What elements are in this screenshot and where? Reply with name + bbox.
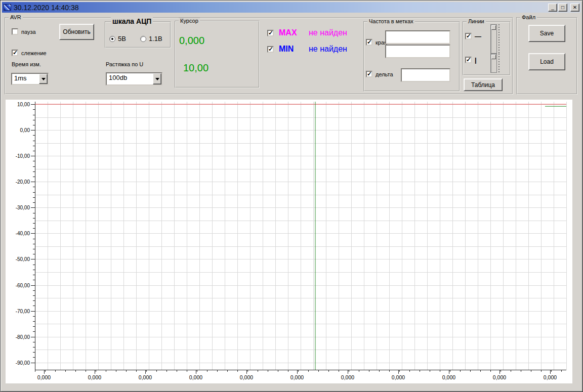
edges-checkbox[interactable]: края xyxy=(366,39,387,46)
delta-freq-input[interactable] xyxy=(401,68,450,82)
freq-marks-group-label: Частота в метках xyxy=(367,18,415,24)
table-button[interactable]: Таблица xyxy=(464,78,503,91)
svg-text:-50,00: -50,00 xyxy=(16,256,30,262)
max-status: не найден xyxy=(309,28,347,37)
svg-text:-10,00: -10,00 xyxy=(16,153,30,159)
scale-5v-radio-dot[interactable] xyxy=(109,36,115,42)
max-checkbox[interactable] xyxy=(267,30,274,36)
title-bar[interactable]: 30.12.2020 14:40:38 _ □ ✕ xyxy=(2,2,581,13)
delta-checkbox-label: дельта xyxy=(376,71,393,77)
svg-text:0,000: 0,000 xyxy=(290,374,304,380)
chart-area[interactable]: 10,000,00-10,00-20,00-30,00-40,00-50,00-… xyxy=(6,100,572,383)
minimize-button[interactable]: _ xyxy=(548,4,557,12)
vertical-line-checkbox-box[interactable] xyxy=(465,57,472,63)
svg-text:0,000: 0,000 xyxy=(544,374,557,380)
oscilloscope-plot: 10,000,00-10,00-20,00-30,00-40,00-50,00-… xyxy=(6,100,572,383)
svg-text:-90,00: -90,00 xyxy=(16,360,30,366)
maximize-icon: □ xyxy=(561,5,564,10)
refresh-button-label: Обновить xyxy=(63,28,90,35)
cursor-y-value: 10,00 xyxy=(183,62,209,74)
chevron-down-icon xyxy=(41,78,46,82)
svg-text:-80,00: -80,00 xyxy=(16,334,30,340)
stretch-u-value: 100db xyxy=(107,73,153,84)
edge-freq-input-2[interactable] xyxy=(385,45,450,58)
scale-1-1v-radio-dot[interactable] xyxy=(140,36,146,42)
time-measure-dropdown-button[interactable] xyxy=(39,74,48,84)
close-icon: ✕ xyxy=(573,5,577,10)
svg-text:0,000: 0,000 xyxy=(189,374,202,380)
min-label: MIN xyxy=(279,45,294,54)
svg-text:0,000: 0,000 xyxy=(88,374,101,380)
min-checkbox-box[interactable] xyxy=(267,46,274,53)
vertical-line-slider-thumb[interactable] xyxy=(491,55,496,59)
svg-text:10,00: 10,00 xyxy=(17,102,30,107)
avr-group-label: AVR xyxy=(9,14,23,20)
slider-scale-marks xyxy=(498,24,499,54)
min-status: не найден xyxy=(309,45,347,54)
svg-text:0,000: 0,000 xyxy=(240,374,253,380)
edges-checkbox-box[interactable] xyxy=(366,39,372,46)
file-group-label: Файл xyxy=(520,14,537,20)
pause-checkbox-box[interactable] xyxy=(12,28,18,35)
horizontal-line-slider[interactable] xyxy=(490,24,499,54)
svg-text:0,000: 0,000 xyxy=(37,374,51,380)
adc-scale-group-label: шкала АЦП xyxy=(111,17,153,25)
app-icon xyxy=(4,4,11,11)
svg-text:0,000: 0,000 xyxy=(341,374,354,380)
slider-scale-marks xyxy=(498,54,499,73)
app-window: 30.12.2020 14:40:38 _ □ ✕ AVR Файл шкала… xyxy=(0,0,583,392)
save-button-label: Save xyxy=(540,30,554,37)
tracking-checkbox-box[interactable] xyxy=(12,50,18,56)
vertical-line-checkbox[interactable]: | xyxy=(465,56,477,64)
spacer xyxy=(568,4,569,12)
svg-text:-70,00: -70,00 xyxy=(16,309,30,314)
horizontal-line-checkbox-box[interactable] xyxy=(465,33,472,39)
table-button-label: Таблица xyxy=(471,81,495,89)
close-button[interactable]: ✕ xyxy=(570,4,579,12)
scale-5v-radio-label: 5В xyxy=(118,35,126,42)
edge-freq-input-1[interactable] xyxy=(385,30,450,44)
time-measure-label: Время изм. xyxy=(12,61,41,67)
chevron-down-icon xyxy=(155,78,159,82)
vertical-line-slider[interactable] xyxy=(490,54,499,73)
time-measure-select[interactable]: 1ms xyxy=(11,73,49,85)
horizontal-line-slider-track[interactable] xyxy=(490,24,497,54)
max-checkbox-box[interactable] xyxy=(267,30,274,36)
y-axis-labels: 10,000,00-10,00-20,00-30,00-40,00-50,00-… xyxy=(16,102,30,366)
stretch-u-label: Растяжка по U xyxy=(106,61,143,67)
horizontal-line-checkbox[interactable]: — xyxy=(465,32,481,40)
scale-1-1v-radio[interactable]: 1.1В xyxy=(140,35,162,42)
window-controls: _ □ ✕ xyxy=(548,4,579,12)
scale-5v-radio[interactable]: 5В xyxy=(109,35,126,42)
save-button[interactable]: Save xyxy=(528,25,565,42)
cursor-group: Курсор xyxy=(175,21,260,88)
svg-text:-40,00: -40,00 xyxy=(16,231,30,236)
load-button[interactable]: Load xyxy=(528,53,565,70)
horizontal-line-slider-thumb[interactable] xyxy=(491,25,496,30)
lines-group-label: Линии xyxy=(467,18,486,24)
stretch-u-select[interactable]: 100db xyxy=(106,72,162,85)
scale-1-1v-radio-label: 1.1В xyxy=(149,35,162,42)
time-measure-value: 1ms xyxy=(12,74,39,84)
stretch-u-dropdown-button[interactable] xyxy=(153,73,161,84)
svg-text:-20,00: -20,00 xyxy=(16,179,30,185)
load-button-label: Load xyxy=(540,58,554,65)
maximize-button[interactable]: □ xyxy=(558,4,567,12)
tracking-checkbox[interactable]: слежение xyxy=(12,50,47,56)
grid-layer xyxy=(35,102,567,370)
vertical-line-icon: | xyxy=(475,56,477,64)
max-label: MAX xyxy=(279,28,297,37)
svg-text:-30,00: -30,00 xyxy=(16,205,30,210)
cursor-x-value: 0,000 xyxy=(179,35,204,47)
svg-text:0,00: 0,00 xyxy=(20,127,30,133)
pause-checkbox[interactable]: пауза xyxy=(12,28,36,35)
minimize-icon: _ xyxy=(551,5,554,10)
delta-checkbox[interactable]: дельта xyxy=(366,71,393,77)
vertical-line-slider-track[interactable] xyxy=(490,54,497,73)
cursor-group-label: Курсор xyxy=(179,18,200,24)
x-axis-labels: 0,0000,0000,0000,0000,0000,0000,0000,000… xyxy=(37,374,557,380)
min-checkbox[interactable] xyxy=(267,46,274,53)
svg-text:0,000: 0,000 xyxy=(493,374,506,380)
refresh-button[interactable]: Обновить xyxy=(59,24,94,40)
delta-checkbox-box[interactable] xyxy=(366,71,372,77)
